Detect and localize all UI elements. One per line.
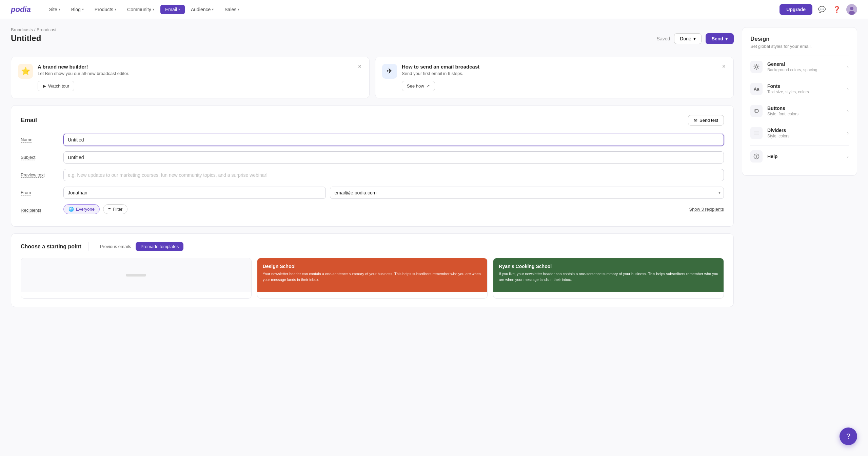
svg-point-3 <box>755 66 758 68</box>
email-card-header: Email ✉ Send test <box>21 115 724 126</box>
page-title: Untitled <box>11 34 56 43</box>
banner-new-builder: ⭐ A brand new builder! Let Ben show you … <box>11 57 370 98</box>
banner-new-builder-desc: Let Ben show you our all-new broadcast e… <box>38 71 362 76</box>
banner-how-to-send-desc: Send your first email in 6 steps. <box>402 71 727 76</box>
saved-label: Saved <box>657 36 670 41</box>
banner-new-builder-close[interactable]: × <box>355 62 364 71</box>
header-right: Saved Done ▾ Send ▾ <box>657 33 734 44</box>
design-item-buttons[interactable]: Buttons Style, font, colors › <box>750 100 849 122</box>
nav-audience[interactable]: Audience ▾ <box>186 5 218 14</box>
banner-how-to-send-title: How to send an email broadcast <box>402 64 727 70</box>
email-card: Email ✉ Send test Name Subject <box>11 105 734 227</box>
template-design-school-text: Your newsletter header can contain a one… <box>263 271 482 282</box>
preview-input[interactable] <box>63 169 724 181</box>
breadcrumb-broadcasts[interactable]: Broadcasts <box>11 27 33 32</box>
name-row: Name <box>21 134 724 146</box>
subject-row: Subject <box>21 151 724 164</box>
done-button[interactable]: Done ▾ <box>674 33 701 44</box>
watch-tour-button[interactable]: ▶ Watch tour <box>38 81 74 91</box>
template-ryans-cooking[interactable]: Ryan's Cooking School If you like, your … <box>493 258 724 299</box>
dividers-chevron-icon: › <box>847 130 849 136</box>
filter-button[interactable]: ≡ Filter <box>103 204 127 214</box>
subject-input-wrap <box>63 151 724 164</box>
nav-community[interactable]: Community ▾ <box>122 5 159 14</box>
banner-new-builder-header: ⭐ A brand new builder! Let Ben show you … <box>18 64 362 91</box>
design-sidebar: Design Set global styles for your email.… <box>742 27 857 307</box>
starting-point-card: Choose a starting point Previous emails … <box>11 233 734 307</box>
email-section-title: Email <box>21 117 37 124</box>
breadcrumb-current: Broadcast <box>37 27 57 32</box>
nav-products[interactable]: Products ▾ <box>90 5 121 14</box>
template-ryans-cooking-title: Ryan's Cooking School <box>499 264 718 269</box>
from-inputs: email@e.podia.com ▾ <box>63 187 724 199</box>
main-col: Broadcasts / Broadcast Untitled Saved Do… <box>11 27 734 307</box>
help-icon[interactable]: ❓ <box>831 4 842 15</box>
banners: ⭐ A brand new builder! Let Ben show you … <box>11 57 734 98</box>
fonts-content: Fonts Text size, styles, colors <box>767 83 844 94</box>
avatar[interactable] <box>846 4 857 15</box>
banner-how-to-send-close[interactable]: × <box>719 62 729 71</box>
banner-new-builder-title: A brand new builder! <box>38 64 362 70</box>
svg-point-2 <box>849 11 855 15</box>
send-test-button[interactable]: ✉ Send test <box>688 115 724 126</box>
svg-point-1 <box>850 7 853 10</box>
nav-sales[interactable]: Sales ▾ <box>220 5 244 14</box>
design-item-general[interactable]: General Background colors, spacing › <box>750 56 849 78</box>
dividers-content: Dividers Style, colors <box>767 128 844 138</box>
design-help-item[interactable]: ? Help › <box>750 145 849 167</box>
buttons-title: Buttons <box>767 106 844 111</box>
nav-blog[interactable]: Blog ▾ <box>66 5 88 14</box>
from-email-select[interactable]: email@e.podia.com <box>330 187 724 199</box>
banner-how-to-send-content: How to send an email broadcast Send your… <box>402 64 727 91</box>
everyone-button[interactable]: 🌐 Everyone <box>63 204 100 214</box>
fonts-icon: Aa <box>750 83 763 95</box>
nav-site[interactable]: Site ▾ <box>44 5 65 14</box>
buttons-icon <box>750 105 763 117</box>
name-label: Name <box>21 134 58 142</box>
preview-input-wrap <box>63 169 724 181</box>
svg-rect-4 <box>754 110 759 112</box>
templates-grid: Design School Your newsletter header can… <box>21 258 724 299</box>
nav-email[interactable]: Email ▾ <box>160 5 185 14</box>
buttons-content: Buttons Style, font, colors <box>767 106 844 116</box>
recipients-label: Recipients <box>21 204 58 213</box>
subject-label: Subject <box>21 151 58 160</box>
template-design-school[interactable]: Design School Your newsletter header can… <box>257 258 488 299</box>
svg-text:?: ? <box>755 155 757 158</box>
external-link-icon: ↗ <box>426 83 430 89</box>
design-item-fonts[interactable]: Aa Fonts Text size, styles, colors › <box>750 78 849 100</box>
template-blank[interactable] <box>21 258 252 299</box>
filter-icon: ≡ <box>108 207 111 212</box>
starting-point-header: Choose a starting point Previous emails … <box>21 242 724 251</box>
tab-previous-emails[interactable]: Previous emails <box>95 242 136 251</box>
page-header-row: Broadcasts / Broadcast Untitled Saved Do… <box>11 27 734 50</box>
upgrade-button[interactable]: Upgrade <box>780 4 812 15</box>
design-desc: Set global styles for your email. <box>750 44 849 49</box>
template-ryans-cooking-text: If you like, your newsletter header can … <box>499 271 718 282</box>
starting-point-title: Choose a starting point <box>21 244 81 250</box>
breadcrumb: Broadcasts / Broadcast <box>11 27 56 32</box>
help-label: Help <box>767 154 847 159</box>
buttons-desc: Style, font, colors <box>767 112 844 116</box>
preview-row: Preview text <box>21 169 724 181</box>
banner-new-builder-icon: ⭐ <box>18 64 33 79</box>
messages-icon[interactable]: 💬 <box>816 4 827 15</box>
from-email-wrap: email@e.podia.com ▾ <box>330 187 724 199</box>
tab-premade-templates[interactable]: Premade templates <box>136 242 183 251</box>
name-input[interactable] <box>63 134 724 146</box>
template-blank-bar <box>126 274 146 277</box>
logo[interactable]: podia <box>11 5 31 14</box>
from-name-input[interactable] <box>63 187 326 199</box>
see-how-button[interactable]: See how ↗ <box>402 81 435 91</box>
recipients-row: Recipients 🌐 Everyone ≡ Filter Show 3 re… <box>21 204 724 214</box>
template-design-school-preview: Design School Your newsletter header can… <box>257 258 488 292</box>
send-button[interactable]: Send ▾ <box>706 33 734 44</box>
subject-input[interactable] <box>63 151 724 164</box>
design-item-dividers[interactable]: Dividers Style, colors › <box>750 122 849 144</box>
from-name-wrap <box>63 187 326 199</box>
show-recipients-link[interactable]: Show 3 recipients <box>689 207 724 212</box>
template-design-school-title: Design School <box>263 264 482 269</box>
send-test-icon: ✉ <box>694 118 697 123</box>
template-blank-preview <box>21 258 251 292</box>
design-title: Design <box>750 36 849 42</box>
